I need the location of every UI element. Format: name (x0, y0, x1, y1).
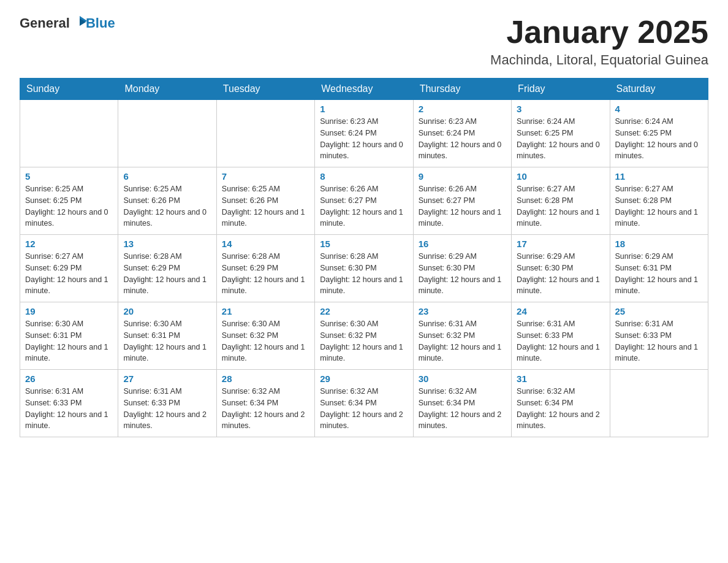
logo: General Blue (20, 15, 115, 32)
cell-sun-info: Sunrise: 6:30 AM Sunset: 6:31 PM Dayligh… (25, 318, 113, 364)
calendar-cell: 7Sunrise: 6:25 AM Sunset: 6:26 PM Daylig… (216, 167, 314, 235)
calendar-cell: 14Sunrise: 6:28 AM Sunset: 6:29 PM Dayli… (216, 235, 314, 302)
calendar-table: SundayMondayTuesdayWednesdayThursdayFrid… (20, 78, 708, 437)
cell-day-number: 31 (517, 373, 604, 384)
cell-day-number: 21 (222, 306, 309, 316)
cell-sun-info: Sunrise: 6:32 AM Sunset: 6:34 PM Dayligh… (517, 386, 604, 432)
calendar-cell: 25Sunrise: 6:31 AM Sunset: 6:33 PM Dayli… (610, 302, 708, 370)
cell-sun-info: Sunrise: 6:23 AM Sunset: 6:24 PM Dayligh… (320, 116, 408, 162)
cell-day-number: 2 (419, 104, 506, 114)
cell-sun-info: Sunrise: 6:25 AM Sunset: 6:25 PM Dayligh… (25, 183, 113, 229)
calendar-cell (216, 100, 314, 167)
cell-day-number: 25 (615, 306, 703, 316)
calendar-cell: 3Sunrise: 6:24 AM Sunset: 6:25 PM Daylig… (512, 100, 610, 167)
cell-sun-info: Sunrise: 6:28 AM Sunset: 6:29 PM Dayligh… (123, 251, 211, 297)
cell-sun-info: Sunrise: 6:31 AM Sunset: 6:33 PM Dayligh… (517, 318, 604, 364)
calendar-cell: 31Sunrise: 6:32 AM Sunset: 6:34 PM Dayli… (512, 370, 610, 437)
cell-sun-info: Sunrise: 6:25 AM Sunset: 6:26 PM Dayligh… (123, 183, 211, 229)
calendar-cell: 12Sunrise: 6:27 AM Sunset: 6:29 PM Dayli… (20, 235, 118, 302)
cell-sun-info: Sunrise: 6:28 AM Sunset: 6:29 PM Dayligh… (222, 251, 309, 297)
cell-sun-info: Sunrise: 6:26 AM Sunset: 6:27 PM Dayligh… (320, 183, 408, 229)
cell-sun-info: Sunrise: 6:30 AM Sunset: 6:32 PM Dayligh… (320, 318, 408, 364)
calendar-cell: 22Sunrise: 6:30 AM Sunset: 6:32 PM Dayli… (315, 302, 413, 370)
cell-day-number: 4 (615, 104, 703, 114)
cell-day-number: 26 (25, 373, 113, 384)
logo-blue-text: Blue (86, 15, 115, 31)
day-header-sunday: Sunday (20, 79, 118, 100)
cell-sun-info: Sunrise: 6:23 AM Sunset: 6:24 PM Dayligh… (419, 116, 506, 162)
calendar-cell: 8Sunrise: 6:26 AM Sunset: 6:27 PM Daylig… (315, 167, 413, 235)
calendar-cell (118, 100, 216, 167)
cell-day-number: 24 (517, 306, 604, 316)
cell-sun-info: Sunrise: 6:30 AM Sunset: 6:32 PM Dayligh… (222, 318, 309, 364)
calendar-cell: 5Sunrise: 6:25 AM Sunset: 6:25 PM Daylig… (20, 167, 118, 235)
cell-sun-info: Sunrise: 6:30 AM Sunset: 6:31 PM Dayligh… (123, 318, 211, 364)
calendar-cell: 30Sunrise: 6:32 AM Sunset: 6:34 PM Dayli… (413, 370, 511, 437)
calendar-cell: 17Sunrise: 6:29 AM Sunset: 6:30 PM Dayli… (512, 235, 610, 302)
cell-day-number: 27 (123, 373, 211, 384)
calendar-header-row: SundayMondayTuesdayWednesdayThursdayFrid… (20, 79, 708, 100)
calendar-cell: 4Sunrise: 6:24 AM Sunset: 6:25 PM Daylig… (610, 100, 708, 167)
cell-day-number: 12 (25, 239, 113, 249)
calendar-subtitle: Machinda, Litoral, Equatorial Guinea (490, 52, 708, 68)
cell-day-number: 9 (419, 171, 506, 182)
calendar-cell: 16Sunrise: 6:29 AM Sunset: 6:30 PM Dayli… (413, 235, 511, 302)
calendar-cell: 2Sunrise: 6:23 AM Sunset: 6:24 PM Daylig… (413, 100, 511, 167)
cell-day-number: 22 (320, 306, 408, 316)
cell-day-number: 19 (25, 306, 113, 316)
cell-sun-info: Sunrise: 6:29 AM Sunset: 6:30 PM Dayligh… (419, 251, 506, 297)
calendar-week-row: 1Sunrise: 6:23 AM Sunset: 6:24 PM Daylig… (20, 100, 708, 167)
cell-day-number: 8 (320, 171, 408, 182)
calendar-cell: 21Sunrise: 6:30 AM Sunset: 6:32 PM Dayli… (216, 302, 314, 370)
cell-sun-info: Sunrise: 6:32 AM Sunset: 6:34 PM Dayligh… (320, 386, 408, 432)
day-header-friday: Friday (512, 79, 610, 100)
cell-sun-info: Sunrise: 6:24 AM Sunset: 6:25 PM Dayligh… (517, 116, 604, 162)
cell-sun-info: Sunrise: 6:27 AM Sunset: 6:28 PM Dayligh… (615, 183, 703, 229)
cell-sun-info: Sunrise: 6:29 AM Sunset: 6:30 PM Dayligh… (517, 251, 604, 297)
calendar-week-row: 5Sunrise: 6:25 AM Sunset: 6:25 PM Daylig… (20, 167, 708, 235)
cell-sun-info: Sunrise: 6:26 AM Sunset: 6:27 PM Dayligh… (419, 183, 506, 229)
cell-day-number: 7 (222, 171, 309, 182)
day-header-tuesday: Tuesday (216, 79, 314, 100)
calendar-cell (610, 370, 708, 437)
calendar-cell: 20Sunrise: 6:30 AM Sunset: 6:31 PM Dayli… (118, 302, 216, 370)
calendar-cell: 13Sunrise: 6:28 AM Sunset: 6:29 PM Dayli… (118, 235, 216, 302)
calendar-cell: 19Sunrise: 6:30 AM Sunset: 6:31 PM Dayli… (20, 302, 118, 370)
calendar-cell: 23Sunrise: 6:31 AM Sunset: 6:32 PM Dayli… (413, 302, 511, 370)
calendar-week-row: 19Sunrise: 6:30 AM Sunset: 6:31 PM Dayli… (20, 302, 708, 370)
logo-general-text: General (20, 15, 70, 31)
cell-day-number: 20 (123, 306, 211, 316)
calendar-cell: 11Sunrise: 6:27 AM Sunset: 6:28 PM Dayli… (610, 167, 708, 235)
cell-day-number: 10 (517, 171, 604, 182)
title-area: January 2025 Machinda, Litoral, Equatori… (490, 15, 708, 68)
cell-sun-info: Sunrise: 6:32 AM Sunset: 6:34 PM Dayligh… (419, 386, 506, 432)
cell-day-number: 14 (222, 239, 309, 249)
calendar-week-row: 12Sunrise: 6:27 AM Sunset: 6:29 PM Dayli… (20, 235, 708, 302)
calendar-cell: 6Sunrise: 6:25 AM Sunset: 6:26 PM Daylig… (118, 167, 216, 235)
cell-sun-info: Sunrise: 6:31 AM Sunset: 6:33 PM Dayligh… (25, 386, 113, 432)
cell-sun-info: Sunrise: 6:27 AM Sunset: 6:29 PM Dayligh… (25, 251, 113, 297)
cell-sun-info: Sunrise: 6:32 AM Sunset: 6:34 PM Dayligh… (222, 386, 309, 432)
cell-day-number: 3 (517, 104, 604, 114)
cell-sun-info: Sunrise: 6:31 AM Sunset: 6:32 PM Dayligh… (419, 318, 506, 364)
calendar-cell: 27Sunrise: 6:31 AM Sunset: 6:33 PM Dayli… (118, 370, 216, 437)
day-header-thursday: Thursday (413, 79, 511, 100)
cell-day-number: 6 (123, 171, 211, 182)
cell-sun-info: Sunrise: 6:25 AM Sunset: 6:26 PM Dayligh… (222, 183, 309, 229)
calendar-cell: 10Sunrise: 6:27 AM Sunset: 6:28 PM Dayli… (512, 167, 610, 235)
calendar-cell: 18Sunrise: 6:29 AM Sunset: 6:31 PM Dayli… (610, 235, 708, 302)
cell-day-number: 15 (320, 239, 408, 249)
cell-day-number: 1 (320, 104, 408, 114)
calendar-cell: 29Sunrise: 6:32 AM Sunset: 6:34 PM Dayli… (315, 370, 413, 437)
day-header-saturday: Saturday (610, 79, 708, 100)
calendar-cell: 15Sunrise: 6:28 AM Sunset: 6:30 PM Dayli… (315, 235, 413, 302)
cell-sun-info: Sunrise: 6:31 AM Sunset: 6:33 PM Dayligh… (123, 386, 211, 432)
cell-day-number: 29 (320, 373, 408, 384)
calendar-cell: 9Sunrise: 6:26 AM Sunset: 6:27 PM Daylig… (413, 167, 511, 235)
header: General Blue January 2025 Machinda, Lito… (20, 15, 708, 68)
cell-day-number: 23 (419, 306, 506, 316)
cell-sun-info: Sunrise: 6:31 AM Sunset: 6:33 PM Dayligh… (615, 318, 703, 364)
cell-day-number: 30 (419, 373, 506, 384)
cell-day-number: 28 (222, 373, 309, 384)
calendar-cell: 28Sunrise: 6:32 AM Sunset: 6:34 PM Dayli… (216, 370, 314, 437)
